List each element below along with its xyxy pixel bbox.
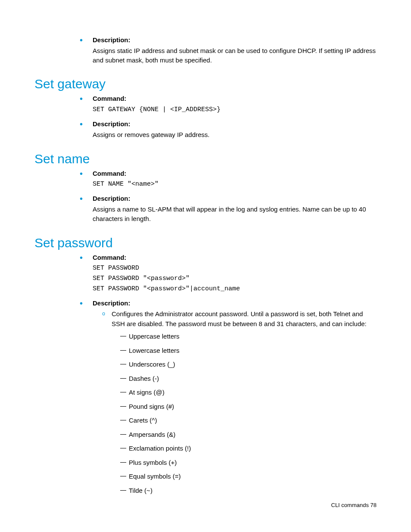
heading-set-name: Set name [34,152,377,166]
char-item: Tilde (~) [120,484,377,498]
password-desc-text: Configures the Administrator account pas… [112,310,367,327]
name-description-item: Description: Assigns a name to SL-APM th… [80,193,377,227]
char-item: Uppercase letters [120,330,377,344]
password-charlist: Uppercase letters Lowercase letters Unde… [112,330,377,498]
char-item: Ampersands (&) [120,428,377,442]
char-item: Underscores (_) [120,358,377,372]
password-bullets: Command: SET PASSWORD SET PASSWORD "<pas… [34,252,377,500]
command-label: Command: [93,253,377,262]
top-description-item: Description: Assigns static IP address a… [80,34,377,68]
command-text: SET GATEWAY {NONE | <IP_ADDRESS>} [93,105,377,115]
char-item: Dashes (-) [120,372,377,386]
heading-set-password: Set password [34,236,377,250]
description-text: Assigns a name to SL-APM that will appea… [93,205,377,224]
content-area: Description: Assigns static IP address a… [34,34,377,500]
password-sublist: Configures the Administrator account pas… [93,308,377,499]
description-label: Description: [93,194,377,203]
document-page: Description: Assigns static IP address a… [0,0,411,532]
description-label: Description: [93,119,377,129]
char-item: Carets (^) [120,414,377,428]
page-footer: CLI commands 78 [331,502,377,508]
char-item: Plus symbols (+) [120,456,377,470]
name-command-item: Command: SET NAME "<name>" [80,168,377,193]
command-text: SET PASSWORD SET PASSWORD "<password>" S… [93,263,377,294]
char-item: Equal symbols (=) [120,470,377,484]
description-label: Description: [93,35,377,45]
name-bullets: Command: SET NAME "<name>" Description: … [34,168,377,227]
command-label: Command: [93,94,377,103]
description-text: Assigns or removes gateway IP address. [93,130,377,140]
char-item: Pound signs (#) [120,400,377,414]
gateway-bullets: Command: SET GATEWAY {NONE | <IP_ADDRESS… [34,93,377,143]
password-desc-subitem: Configures the Administrator account pas… [102,308,377,499]
command-label: Command: [93,169,377,178]
password-description-item: Description: Configures the Administrato… [80,298,377,500]
gateway-command-item: Command: SET GATEWAY {NONE | <IP_ADDRESS… [80,93,377,118]
char-item: Exclamation points (!) [120,442,377,456]
gateway-description-item: Description: Assigns or removes gateway … [80,118,377,143]
password-command-item: Command: SET PASSWORD SET PASSWORD "<pas… [80,252,377,298]
command-text: SET NAME "<name>" [93,179,377,190]
description-text: Assigns static IP address and subnet mas… [93,46,377,65]
heading-set-gateway: Set gateway [34,77,377,91]
top-bullets: Description: Assigns static IP address a… [34,34,377,68]
char-item: At signs (@) [120,386,377,400]
char-item: Lowercase letters [120,344,377,358]
description-label: Description: [93,299,377,308]
